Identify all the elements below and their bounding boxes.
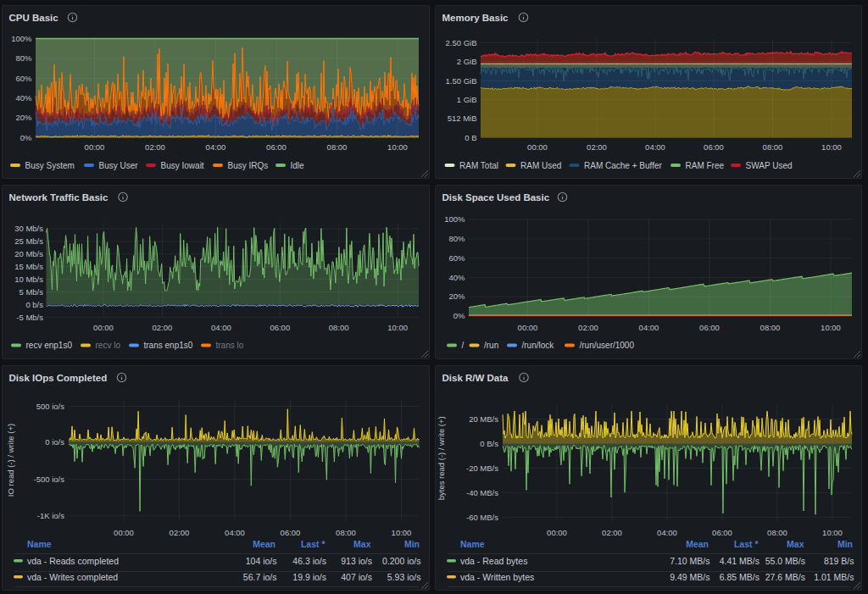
svg-text:60%: 60% (448, 253, 465, 263)
svg-text:08:00: 08:00 (329, 323, 349, 332)
svg-text:trans lo: trans lo (216, 341, 244, 350)
svg-text:02:00: 02:00 (145, 142, 165, 152)
svg-text:19.9 io/s: 19.9 io/s (292, 572, 326, 582)
svg-text:/: / (462, 341, 465, 350)
svg-text:00:00: 00:00 (527, 142, 548, 152)
svg-text:2.50 GiB: 2.50 GiB (446, 38, 477, 47)
svg-text:-60 MB/s: -60 MB/s (466, 513, 498, 522)
svg-text:819 B/s: 819 B/s (824, 556, 854, 566)
svg-text:IO read (-) / write (+): IO read (-) / write (+) (6, 424, 15, 497)
svg-text:500 io/s: 500 io/s (36, 402, 65, 411)
svg-text:08:00: 08:00 (760, 323, 781, 332)
svg-text:512 MiB: 512 MiB (448, 114, 477, 123)
svg-text:20 Mb/s: 20 Mb/s (14, 249, 43, 258)
svg-text:00:00: 00:00 (547, 528, 567, 537)
svg-text:10:00: 10:00 (821, 142, 842, 152)
svg-text:Busy System: Busy System (25, 161, 75, 170)
svg-text:Disk R/W Data: Disk R/W Data (442, 373, 509, 383)
svg-text:00:00: 00:00 (518, 323, 538, 332)
svg-text:vda - Read bytes: vda - Read bytes (460, 556, 527, 566)
svg-text:80%: 80% (15, 53, 32, 63)
svg-text:08:00: 08:00 (327, 142, 348, 152)
svg-text:04:00: 04:00 (645, 142, 665, 152)
svg-text:0.200 io/s: 0.200 io/s (382, 556, 421, 566)
svg-text:100%: 100% (11, 34, 32, 43)
svg-text:RAM Used: RAM Used (520, 161, 561, 170)
svg-text:0 B: 0 B (465, 133, 476, 142)
svg-text:10:00: 10:00 (387, 323, 408, 332)
svg-text:00:00: 00:00 (114, 528, 134, 537)
svg-text:00:00: 00:00 (93, 323, 114, 332)
svg-text:Mean: Mean (686, 539, 709, 549)
svg-text:/run: /run (484, 341, 498, 350)
svg-text:20 MB/s: 20 MB/s (469, 414, 498, 424)
svg-text:2 GiB: 2 GiB (457, 57, 477, 66)
svg-text:Name: Name (27, 539, 52, 549)
svg-text:46.3 io/s: 46.3 io/s (292, 556, 326, 566)
svg-text:06:00: 06:00 (270, 323, 290, 332)
svg-text:/run/lock: /run/lock (522, 341, 555, 350)
svg-text:55.0 MB/s: 55.0 MB/s (765, 556, 805, 566)
svg-text:Busy IRQs: Busy IRQs (228, 161, 269, 170)
svg-text:10 Mb/s: 10 Mb/s (14, 275, 43, 284)
svg-text:56.7 io/s: 56.7 io/s (243, 572, 277, 582)
svg-text:Disk Space Used Basic: Disk Space Used Basic (442, 192, 550, 203)
svg-text:04:00: 04:00 (639, 323, 659, 332)
svg-text:1.01 MB/s: 1.01 MB/s (814, 572, 854, 582)
svg-text:02:00: 02:00 (587, 142, 607, 152)
svg-text:04:00: 04:00 (211, 323, 231, 332)
svg-text:Idle: Idle (291, 161, 305, 170)
svg-text:1 GiB: 1 GiB (457, 95, 477, 104)
svg-text:0 b/s: 0 b/s (25, 300, 43, 309)
svg-text:10:00: 10:00 (387, 142, 408, 152)
svg-text:06:00: 06:00 (699, 323, 720, 332)
svg-text:Max: Max (787, 539, 804, 549)
svg-text:15 Mb/s: 15 Mb/s (14, 262, 43, 271)
svg-text:7.10 MB/s: 7.10 MB/s (670, 556, 709, 566)
svg-text:bytes read (-) / write (+): bytes read (-) / write (+) (437, 416, 447, 500)
svg-text:1.50 GiB: 1.50 GiB (446, 76, 477, 86)
svg-text:6.85 MB/s: 6.85 MB/s (720, 572, 760, 582)
svg-text:04:00: 04:00 (206, 142, 226, 152)
svg-text:Last *: Last * (301, 539, 326, 549)
svg-text:5 Mb/s: 5 Mb/s (19, 287, 43, 297)
svg-text:04:00: 04:00 (225, 528, 245, 537)
svg-text:80%: 80% (448, 234, 465, 243)
svg-text:-5 Mb/s: -5 Mb/s (16, 313, 43, 322)
svg-text:Min: Min (837, 539, 853, 549)
svg-text:Min: Min (404, 539, 420, 549)
svg-text:Memory Basic: Memory Basic (442, 13, 509, 23)
svg-text:407 io/s: 407 io/s (341, 572, 372, 582)
svg-text:Busy User: Busy User (99, 161, 139, 170)
svg-text:25 Mb/s: 25 Mb/s (14, 236, 43, 246)
svg-text:10:00: 10:00 (392, 528, 412, 537)
svg-text:06:00: 06:00 (266, 142, 287, 152)
svg-text:104 io/s: 104 io/s (246, 556, 277, 566)
svg-text:Last *: Last * (734, 539, 760, 549)
svg-text:02:00: 02:00 (578, 323, 598, 332)
svg-text:vda - Writes completed: vda - Writes completed (27, 572, 118, 582)
svg-text:Disk IOps Completed: Disk IOps Completed (9, 373, 108, 383)
svg-text:06:00: 06:00 (712, 528, 732, 537)
svg-text:100%: 100% (444, 214, 465, 224)
svg-text:27.6 MB/s: 27.6 MB/s (765, 572, 805, 582)
svg-text:5.93 io/s: 5.93 io/s (387, 572, 421, 582)
svg-text:30 Mb/s: 30 Mb/s (14, 224, 43, 233)
svg-text:0 io/s: 0 io/s (45, 437, 64, 447)
svg-text:20%: 20% (15, 113, 32, 122)
svg-text:00:00: 00:00 (85, 142, 105, 152)
svg-text:08:00: 08:00 (763, 142, 783, 152)
svg-text:-1K io/s: -1K io/s (37, 511, 64, 520)
svg-text:60%: 60% (15, 74, 32, 83)
svg-text:08:00: 08:00 (767, 528, 787, 537)
svg-text:0 B/s: 0 B/s (480, 439, 498, 448)
svg-text:Network Traffic Basic: Network Traffic Basic (9, 192, 109, 203)
svg-text:recv lo: recv lo (96, 341, 121, 350)
svg-text:/run/user/1000: /run/user/1000 (580, 341, 635, 350)
svg-text:9.49 MB/s: 9.49 MB/s (670, 572, 709, 582)
svg-text:RAM Free: RAM Free (686, 161, 725, 170)
svg-text:Name: Name (460, 539, 485, 549)
svg-text:recv enp1s0: recv enp1s0 (26, 341, 73, 350)
svg-text:Busy Iowait: Busy Iowait (161, 161, 204, 170)
svg-text:913 io/s: 913 io/s (341, 556, 372, 566)
